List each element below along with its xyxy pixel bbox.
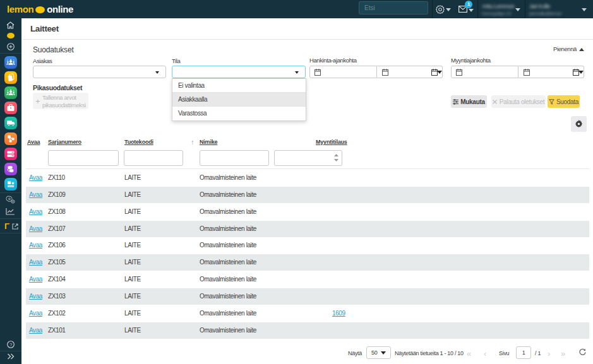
- svg-text:?: ?: [9, 343, 12, 347]
